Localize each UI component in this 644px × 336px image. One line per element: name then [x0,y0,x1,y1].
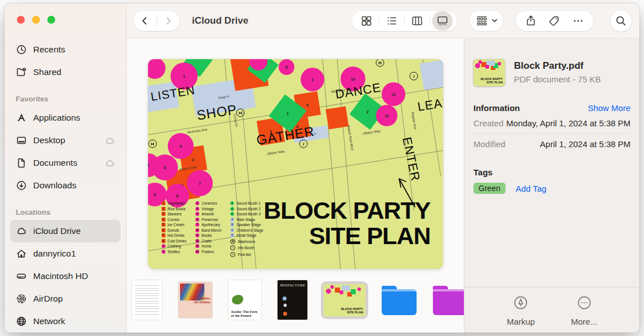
legend-item: 4Curries [162,218,187,222]
show-more-link[interactable]: Show More [588,103,630,113]
add-tag-link[interactable]: Add Tag [516,184,547,193]
group-by-icon [475,15,489,27]
legend-item: 8Band Merch [195,228,221,232]
filmstrip-file-blockparty[interactable]: BLOCK PARTYSITE PLAN [321,281,368,319]
legend-item: 2Rice Bowls [162,207,187,211]
legend-item: BSpeaker Stage [230,223,263,227]
filmstrip-folder[interactable] [379,282,419,318]
search-button[interactable] [610,10,632,32]
view-columns-button[interactable] [405,11,430,31]
sidebar-item-shared[interactable]: Shared [10,61,120,83]
sidebar-item-airdrop[interactable]: AirDrop [10,288,120,310]
more-options-button[interactable] [566,11,590,31]
folder-icon [433,289,468,315]
legend-item: 11Home [195,244,221,248]
list-view-icon [386,15,398,27]
svg-text:6: 6 [176,194,178,198]
sidebar-item-network[interactable]: Network [10,310,120,333]
group-by-button[interactable] [469,11,503,31]
legend-item: 7Apothecary [195,223,221,227]
chevron-down-icon [491,17,498,24]
created-label: Created [473,118,503,128]
modified-row: Modified April 1, 2024 at 5:38 PM [473,134,630,154]
svg-text:5: 5 [306,103,308,107]
tags-button[interactable] [543,11,566,31]
close-button[interactable] [17,16,25,24]
created-value: Monday, April 1, 2024 at 5:38 PM [506,118,630,128]
sidebar-item-label: Network [33,316,65,326]
airdrop-icon [16,293,27,304]
grid-view-icon [360,15,373,27]
sidebar-item-label: AirDrop [33,294,63,304]
more-button[interactable]: More... [571,294,597,326]
minimize-button[interactable] [32,16,40,24]
svg-text:10: 10 [351,77,355,81]
clock-icon [16,44,27,55]
legend-item: 3Ceramics [195,201,221,205]
markup-button[interactable]: Markup [507,294,535,326]
filmstrip-file-art[interactable]: All Bodies,All Abilities [176,279,215,321]
svg-text:2: 2 [311,78,314,82]
cloud-badge-icon [105,137,115,144]
sidebar-item-macintosh-hd[interactable]: Macintosh HD [10,265,120,288]
chevron-left-icon [139,15,150,26]
sidebar-item-desktop[interactable]: Desktop [10,129,120,152]
traffic-lights [10,15,120,38]
svg-text:9: 9 [180,144,182,148]
market-booth [148,59,166,79]
sidebar-item-label: Desktop [33,135,99,145]
toolbar: iCloud Drive [127,3,639,38]
view-gallery-button[interactable] [430,11,455,31]
sidebar-item-label: Downloads [33,180,77,191]
sidebar-section-locations: Locations [10,197,120,220]
forward-button[interactable] [159,11,178,30]
legend-item: 5Artwork [195,212,221,216]
cloud-icon [16,226,27,237]
legend-item: CChildren's Stage [230,228,263,232]
file-thumbnail[interactable]: BLOCK PARTY SITE PLAN [473,59,505,86]
zone-label: ENTER [400,136,423,183]
sidebar-item-label: Documents [33,158,99,168]
tag-green[interactable]: Green [473,183,506,194]
app-store-icon [16,112,27,123]
sidebar-item-documents[interactable]: Documents [10,152,120,174]
zoom-button[interactable] [47,16,55,24]
ellipsis-icon [572,15,584,27]
site-plan-title: BLOCK PARTY SITE PLAN [263,198,430,249]
sidebar-section-favorites: Favorites [10,83,120,107]
svg-text:12: 12 [391,92,396,96]
document-thumbnail: BIOFACTURE [278,280,307,320]
legend-item: 8Cold Drinks [162,239,187,243]
legend-item: 3Sound Booth 3 [230,212,263,216]
view-list-button[interactable] [379,11,404,31]
inspector-panel: BLOCK PARTY SITE PLAN Block Party.pdf PD… [464,38,639,333]
file-kind: PDF document - 75 KB [514,74,601,84]
sidebar-item-label: Macintosh HD [33,271,88,281]
sidebar-item-recents[interactable]: Recents [10,38,120,61]
created-row: Created Monday, April 1, 2024 at 5:38 PM [473,113,630,134]
back-button[interactable] [135,11,154,30]
document-preview[interactable]: Stage AStage C5342112152101211498567HHHi… [148,59,443,269]
filmstrip-file-azolla[interactable]: Azolla: The Fernof the Future [226,277,264,322]
gallery-view-icon [436,15,449,27]
sidebar-item-home[interactable]: dannyrico1 [10,242,120,265]
legend-item: iInfo Booth [230,245,263,250]
sidebar-item-applications[interactable]: Applications [10,107,120,129]
window-title: iCloud Drive [192,15,248,26]
filmstrip-file-biofacture[interactable]: BIOFACTURE [275,277,310,322]
gallery-content: Stage AStage C5342112152101211498567HHHi… [127,38,464,333]
more-ellipsis-icon [575,294,593,312]
svg-text:i: i [413,74,414,79]
svg-text:1: 1 [287,112,289,116]
sidebar: Recents Shared Favorites Applications De… [5,3,127,333]
sidebar-item-icloud-drive[interactable]: iCloud Drive [10,220,120,242]
inspector-footer: Markup More... [464,287,639,333]
filmstrip-file-letter[interactable] [129,277,165,322]
view-icon-button[interactable] [354,11,379,31]
share-button[interactable] [519,11,543,31]
legend-item: 10Crafts [195,239,221,243]
search-icon [615,15,627,27]
stage-area [419,60,442,90]
sidebar-item-downloads[interactable]: Downloads [10,174,120,197]
legend-item: 6Donuts [162,228,187,232]
